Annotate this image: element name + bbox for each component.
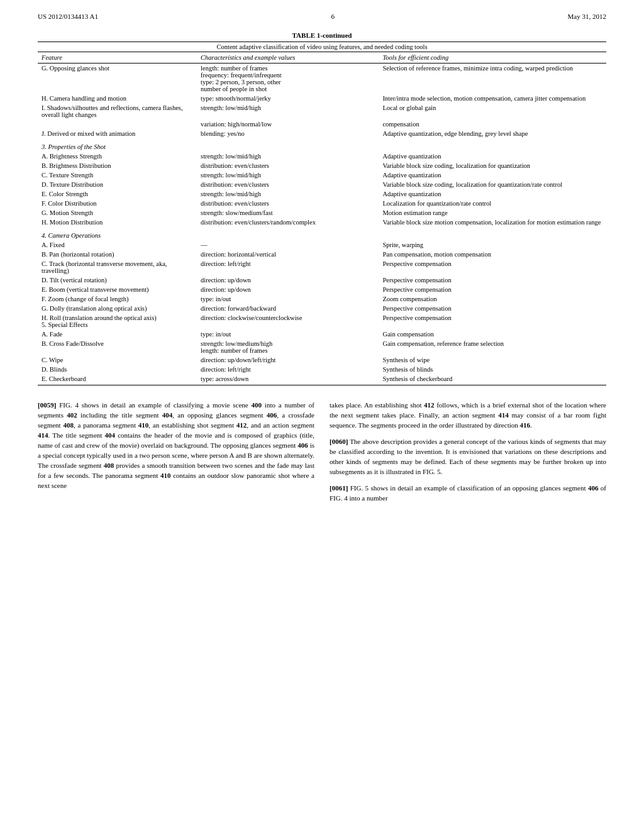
table-row: D. Tilt (vertical rotation)direction: up… xyxy=(38,275,606,285)
cell-1: blending: yes/no xyxy=(197,129,379,138)
cell-1: distribution: even/clusters xyxy=(197,180,379,189)
table-row: G. Motion Strengthstrength: slow/medium/… xyxy=(38,208,606,218)
cell-0: D. Texture Distribution xyxy=(38,180,197,189)
table-section: TABLE 1-continued Content adaptive class… xyxy=(38,31,606,385)
cell-2: compensation xyxy=(379,119,606,129)
table-title: TABLE 1-continued xyxy=(38,31,606,39)
cell-2: Perspective compensation xyxy=(379,313,606,329)
cell-1: direction: left/right xyxy=(197,365,379,374)
table-row: H. Camera handling and motiontype: smoot… xyxy=(38,94,606,103)
table-row: J. Derived or mixed with animationblendi… xyxy=(38,129,606,138)
cell-1: direction: left/right xyxy=(197,259,379,275)
table-row: D. Blindsdirection: left/rightSynthesis … xyxy=(38,365,606,374)
cell-2: Adaptive quantization xyxy=(379,189,606,199)
cell-2: Sprite, warping xyxy=(379,240,606,250)
table-row: F. Color Distributiondistribution: even/… xyxy=(38,199,606,208)
body-text-section: [0059] FIG. 4 shows in detail an example… xyxy=(38,401,606,509)
table-row: C. Wipedirection: up/down/left/rightSynt… xyxy=(38,355,606,365)
cell-0: C. Wipe xyxy=(38,355,197,365)
cell-2: Perspective compensation xyxy=(379,275,606,285)
table-row: F. Zoom (change of focal length)type: in… xyxy=(38,294,606,304)
cell-1: type: across/down xyxy=(197,374,379,385)
cell-0: G. Motion Strength xyxy=(38,208,197,218)
table-row: 4. Camera Operations xyxy=(38,227,606,240)
date: May 31, 2012 xyxy=(568,13,606,20)
cell-0: A. Fade xyxy=(38,329,197,339)
cell-1: distribution: even/clusters xyxy=(197,161,379,170)
table-row: G. Opposing glances shotlength: number o… xyxy=(38,64,606,94)
cell-0: C. Track (horizontal transverse movement… xyxy=(38,259,197,275)
cell-2: Synthesis of blinds xyxy=(379,365,606,374)
table-row: A. Fadetype: in/outGain compensation xyxy=(38,329,606,339)
paragraph-0061: [0061] FIG. 5 shows in detail an example… xyxy=(330,484,606,504)
col-header-characteristics: Characteristics and example values xyxy=(197,52,379,64)
cell-1: direction: up/down xyxy=(197,285,379,294)
body-col-left: [0059] FIG. 4 shows in detail an example… xyxy=(38,401,314,509)
para-text-0061: FIG. 5 shows in detail an example of cla… xyxy=(330,484,606,502)
cell-0: B. Pan (horizontal rotation) xyxy=(38,250,197,259)
cell-0: G. Dolly (translation along optical axis… xyxy=(38,304,197,313)
cell-2: Localization for quantization/rate contr… xyxy=(379,199,606,208)
cell-2: Synthesis of checkerboard xyxy=(379,374,606,385)
cell-1: strength: low/mid/high xyxy=(197,103,379,119)
cell-0: C. Texture Strength xyxy=(38,170,197,180)
paragraph-0060: [0060] The above description provides a … xyxy=(330,437,606,477)
cell-1: direction: forward/backward xyxy=(197,304,379,313)
cell-2: Adaptive quantization xyxy=(379,152,606,161)
section-label: 4. Camera Operations xyxy=(38,227,606,240)
para-num-0061: [0061] xyxy=(330,484,348,492)
table-row: E. Boom (vertical transverse movement)di… xyxy=(38,285,606,294)
table-row: E. Color Strengthstrength: low/mid/highA… xyxy=(38,189,606,199)
cell-1: type: in/out xyxy=(197,294,379,304)
para-num-0060: [0060] xyxy=(330,438,348,445)
cell-0: E. Checkerboard xyxy=(38,374,197,385)
cell-1: type: in/out xyxy=(197,329,379,339)
table-row: C. Texture Strengthstrength: low/mid/hig… xyxy=(38,170,606,180)
cell-2: Variable block size coding, localization… xyxy=(379,161,606,170)
cell-1: type: smooth/normal/jerky xyxy=(197,94,379,103)
table-row: A. Brightness Strengthstrength: low/mid/… xyxy=(38,152,606,161)
cell-1: — xyxy=(197,240,379,250)
col-header-tools: Tools for efficient coding xyxy=(379,52,606,64)
cell-0: H. Camera handling and motion xyxy=(38,94,197,103)
cell-1: distribution: even/clusters/random/compl… xyxy=(197,218,379,227)
cell-2: Zoom compensation xyxy=(379,294,606,304)
cell-2: Inter/intra mode selection, motion compe… xyxy=(379,94,606,103)
table-row: variation: high/normal/lowcompensation xyxy=(38,119,606,129)
table-row: H. Motion Distributiondistribution: even… xyxy=(38,218,606,227)
cell-2: Perspective compensation xyxy=(379,285,606,294)
table-caption-row: Content adaptive classification of video… xyxy=(38,42,606,52)
cell-2: Selection of reference frames, minimize … xyxy=(379,64,606,94)
cell-1: length: number of framesfrequency: frequ… xyxy=(197,64,379,94)
cell-1: distribution: even/clusters xyxy=(197,199,379,208)
patent-number: US 2012/0134413 A1 xyxy=(38,13,98,20)
cell-1: strength: low/mid/high xyxy=(197,189,379,199)
cell-0: G. Opposing glances shot xyxy=(38,64,197,94)
cell-1: variation: high/normal/low xyxy=(197,119,379,129)
table-row: D. Texture Distributiondistribution: eve… xyxy=(38,180,606,189)
cell-0: H. Motion Distribution xyxy=(38,218,197,227)
cell-2: Pan compensation, motion compensation xyxy=(379,250,606,259)
table-row: B. Brightness Distributiondistribution: … xyxy=(38,161,606,170)
cell-0: B. Brightness Distribution xyxy=(38,161,197,170)
cell-0: E. Boom (vertical transverse movement) xyxy=(38,285,197,294)
page-header: US 2012/0134413 A1 6 May 31, 2012 xyxy=(38,13,606,20)
cell-0: B. Cross Fade/Dissolve xyxy=(38,339,197,355)
table-row: I. Shadows/silhouttes and reflections, c… xyxy=(38,103,606,119)
table-row: B. Cross Fade/Dissolvestrength: low/medi… xyxy=(38,339,606,355)
cell-0: A. Fixed xyxy=(38,240,197,250)
table-row: E. Checkerboardtype: across/downSynthesi… xyxy=(38,374,606,385)
table-row: G. Dolly (translation along optical axis… xyxy=(38,304,606,313)
cell-0: H. Roll (translation around the optical … xyxy=(38,313,197,329)
cell-2: Gain compensation, reference frame selec… xyxy=(379,339,606,355)
page-number: 6 xyxy=(331,13,335,20)
cell-1: direction: clockwise/counterclockwise xyxy=(197,313,379,329)
cell-2: Variable block size coding, localization… xyxy=(379,180,606,189)
cell-2: Perspective compensation xyxy=(379,304,606,313)
cell-2: Synthesis of wipe xyxy=(379,355,606,365)
cell-1: strength: low/mid/high xyxy=(197,170,379,180)
cell-1: direction: horizontal/vertical xyxy=(197,250,379,259)
table-row: H. Roll (translation around the optical … xyxy=(38,313,606,329)
paragraph-0059: [0059] FIG. 4 shows in detail an example… xyxy=(38,401,314,490)
cell-0: F. Color Distribution xyxy=(38,199,197,208)
